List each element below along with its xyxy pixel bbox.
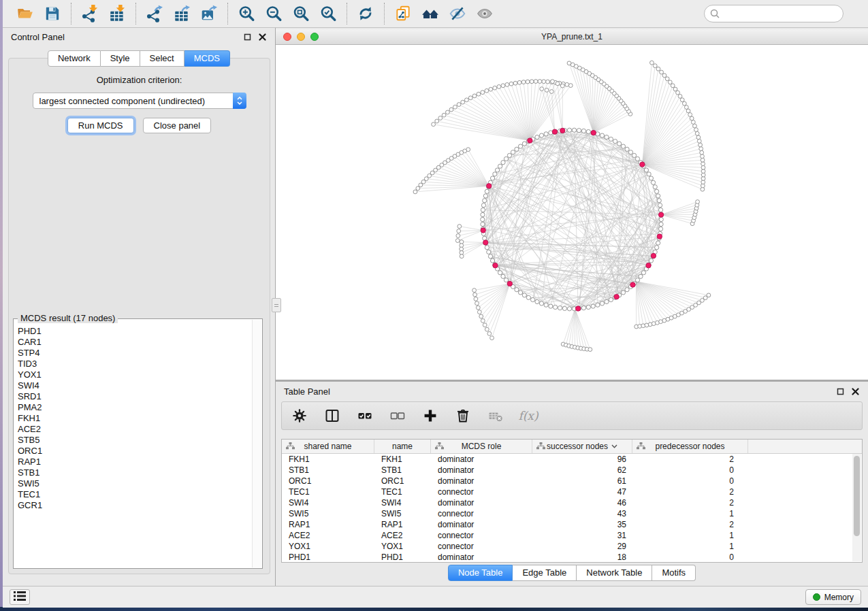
cell-shared-name: STB1 <box>282 465 374 475</box>
show-all-icon[interactable] <box>472 3 497 24</box>
column-header-name[interactable]: name <box>374 440 431 453</box>
hide-selected-icon[interactable] <box>445 3 470 24</box>
tab-mcds[interactable]: MCDS <box>184 50 230 67</box>
refresh-icon[interactable] <box>353 3 378 24</box>
export-image-icon[interactable] <box>197 3 221 24</box>
column-header-successor-nodes[interactable]: successor nodes <box>532 440 632 453</box>
cell-MCDS-role: connector <box>431 487 532 497</box>
cell-MCDS-role: connector <box>431 542 532 551</box>
table-panel: Table Panel f(x) shared namenameMCDS rol… <box>276 382 868 586</box>
task-history-button[interactable] <box>10 589 30 605</box>
cell-MCDS-role: connector <box>431 509 532 518</box>
save-icon[interactable] <box>40 3 65 24</box>
export-network-icon[interactable] <box>142 3 167 24</box>
cell-predecessor-nodes: 0 <box>632 465 748 475</box>
delete-icon[interactable] <box>455 408 471 424</box>
float-table-panel-icon[interactable] <box>836 387 845 396</box>
cell-successor-nodes: 31 <box>532 531 632 540</box>
tab-node-table[interactable]: Node Table <box>448 565 513 581</box>
zoom-selected-icon[interactable] <box>316 3 340 24</box>
export-table-icon[interactable] <box>170 3 194 24</box>
close-panel-icon[interactable] <box>258 33 267 42</box>
memory-button[interactable]: Memory <box>805 589 861 605</box>
table-row[interactable]: SWI4SWI4dominator462 <box>282 497 862 508</box>
settings-icon[interactable] <box>291 408 308 424</box>
import-table-icon[interactable] <box>105 3 129 24</box>
table-row[interactable]: ORC1ORC1dominator610 <box>282 476 862 486</box>
network-graph[interactable] <box>276 45 868 380</box>
table-scrollbar-thumb[interactable] <box>854 456 860 536</box>
open-icon[interactable] <box>13 3 37 24</box>
column-header-shared-name[interactable]: shared name <box>282 440 374 453</box>
columns-icon[interactable] <box>324 408 340 424</box>
add-icon[interactable] <box>422 408 438 424</box>
table-scrollbar[interactable] <box>852 454 861 561</box>
clone-network-icon[interactable] <box>391 3 415 24</box>
cell-predecessor-nodes: 1 <box>632 531 748 540</box>
zoom-in-icon[interactable] <box>234 3 259 24</box>
mcds-result-node: CAR1 <box>15 337 252 348</box>
control-panel-header: Control Panel <box>3 28 275 46</box>
mcds-result-box: MCDS result (17 nodes) PHD1CAR1STP4TID3Y… <box>13 318 263 569</box>
cell-shared-name: FKH1 <box>282 455 374 464</box>
table-row[interactable]: TEC1TEC1connector472 <box>282 486 862 497</box>
mcds-result-node: ACE2 <box>15 424 252 435</box>
cell-name: ACE2 <box>374 531 431 540</box>
status-bar: Memory <box>3 586 868 608</box>
cell-successor-nodes: 43 <box>532 509 632 518</box>
import-network-icon[interactable] <box>78 3 102 24</box>
optimization-criterion-select[interactable]: largest connected component (undirected) <box>33 93 246 109</box>
tab-style[interactable]: Style <box>101 50 140 67</box>
cell-shared-name: TEC1 <box>282 487 374 497</box>
first-neighbors-icon[interactable] <box>418 3 443 24</box>
cell-MCDS-role: dominator <box>431 455 532 464</box>
table-row[interactable]: YOX1YOX1connector291 <box>282 541 862 552</box>
minimize-window-icon[interactable] <box>297 33 305 41</box>
tab-edge-table[interactable]: Edge Table <box>513 565 577 581</box>
column-header-predecessor-nodes[interactable]: predecessor nodes <box>632 440 748 453</box>
cell-shared-name: RAP1 <box>282 520 374 529</box>
table-row[interactable]: STB1STB1dominator620 <box>282 465 862 476</box>
mcds-result-node: FKH1 <box>15 413 252 424</box>
table-row[interactable]: SWI5SWI5connector431 <box>282 508 862 519</box>
mcds-result-list: PHD1CAR1STP4TID3YOX1SWI4SRD1PMA2FKH1ACE2… <box>15 319 252 567</box>
network-canvas[interactable] <box>276 45 868 380</box>
table-row[interactable]: PHD1PHD1dominator180 <box>282 552 862 563</box>
search-input[interactable] <box>704 5 843 22</box>
mcds-result-node: ORC1 <box>15 446 252 457</box>
table-toolbar: f(x) <box>281 401 863 430</box>
cell-shared-name: ORC1 <box>282 476 374 486</box>
cell-successor-nodes: 96 <box>532 455 632 464</box>
maximize-window-icon[interactable] <box>310 33 319 41</box>
table-row[interactable]: FKH1FKH1dominator962 <box>282 454 862 465</box>
tab-network[interactable]: Network <box>48 50 101 67</box>
cell-name: YOX1 <box>374 542 431 551</box>
table-panel-title: Table Panel <box>284 386 330 397</box>
tab-motifs[interactable]: Motifs <box>652 565 696 581</box>
table-row[interactable]: ACE2ACE2connector311 <box>282 530 862 541</box>
close-panel-button[interactable]: Close panel <box>143 118 212 133</box>
run-mcds-button[interactable]: Run MCDS <box>67 118 134 133</box>
select-all-icon[interactable] <box>357 408 373 424</box>
main-toolbar <box>3 0 868 28</box>
table-body: FKH1FKH1dominator962STB1STB1dominator620… <box>282 454 862 563</box>
table-row[interactable]: RAP1RAP1dominator352 <box>282 519 862 530</box>
deselect-all-icon[interactable] <box>389 408 406 424</box>
column-header-MCDS-role[interactable]: MCDS role <box>431 440 532 453</box>
close-table-panel-icon[interactable] <box>851 387 860 396</box>
cell-successor-nodes: 35 <box>532 520 632 529</box>
cell-MCDS-role: dominator <box>431 476 532 486</box>
cell-name: ORC1 <box>374 476 431 486</box>
cell-MCDS-role: dominator <box>431 465 532 475</box>
tab-network-table[interactable]: Network Table <box>577 565 652 581</box>
cell-successor-nodes: 47 <box>532 487 632 497</box>
float-panel-icon[interactable] <box>243 33 252 42</box>
splitter-handle[interactable] <box>272 298 281 312</box>
zoom-fit-icon[interactable] <box>289 3 313 24</box>
cell-shared-name: ACE2 <box>282 531 374 540</box>
tab-select[interactable]: Select <box>140 50 184 67</box>
cell-predecessor-nodes: 2 <box>632 498 748 508</box>
zoom-out-icon[interactable] <box>261 3 286 24</box>
result-scrollbar[interactable] <box>252 320 261 567</box>
close-window-icon[interactable] <box>283 33 291 41</box>
